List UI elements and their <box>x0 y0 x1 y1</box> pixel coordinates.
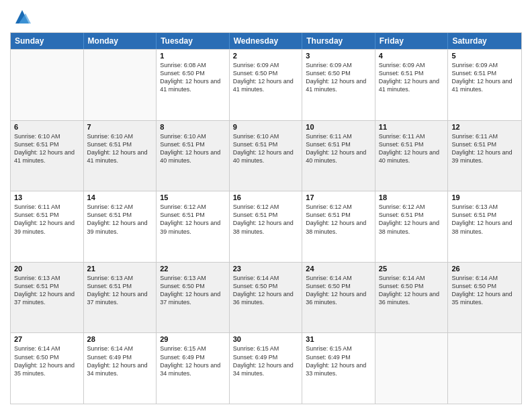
cell-info: Sunrise: 6:13 AM Sunset: 6:51 PM Dayligh… <box>451 203 518 236</box>
cell-info: Sunrise: 6:14 AM Sunset: 6:50 PM Dayligh… <box>233 274 299 307</box>
cell-info: Sunrise: 6:12 AM Sunset: 6:51 PM Dayligh… <box>306 203 371 236</box>
cell-info: Sunrise: 6:14 AM Sunset: 6:49 PM Dayligh… <box>87 345 153 377</box>
cell-info: Sunrise: 6:12 AM Sunset: 6:51 PM Dayligh… <box>87 203 153 236</box>
cell-info: Sunrise: 6:09 AM Sunset: 6:50 PM Dayligh… <box>233 61 299 94</box>
cell-info: Sunrise: 6:08 AM Sunset: 6:50 PM Dayligh… <box>160 61 226 94</box>
calendar-cell: 13Sunrise: 6:11 AM Sunset: 6:51 PM Dayli… <box>11 191 84 262</box>
cell-info: Sunrise: 6:14 AM Sunset: 6:50 PM Dayligh… <box>306 274 371 307</box>
header-day-sunday: Sunday <box>11 33 84 49</box>
calendar-cell: 2Sunrise: 6:09 AM Sunset: 6:50 PM Daylig… <box>230 50 303 120</box>
day-number: 9 <box>233 123 299 131</box>
cell-info: Sunrise: 6:09 AM Sunset: 6:51 PM Dayligh… <box>379 61 445 94</box>
day-number: 29 <box>160 335 226 343</box>
calendar-cell: 16Sunrise: 6:12 AM Sunset: 6:51 PM Dayli… <box>230 191 303 262</box>
day-number: 16 <box>233 193 299 201</box>
calendar-cell: 20Sunrise: 6:13 AM Sunset: 6:51 PM Dayli… <box>11 263 84 333</box>
day-number: 24 <box>306 265 371 273</box>
day-number: 10 <box>306 123 371 131</box>
day-number: 25 <box>379 265 445 273</box>
cell-info: Sunrise: 6:10 AM Sunset: 6:51 PM Dayligh… <box>14 132 80 165</box>
cell-info: Sunrise: 6:14 AM Sunset: 6:50 PM Dayligh… <box>379 274 445 307</box>
day-number: 14 <box>87 193 153 201</box>
calendar-cell <box>375 333 449 404</box>
calendar-cell: 1Sunrise: 6:08 AM Sunset: 6:50 PM Daylig… <box>157 50 230 120</box>
cell-info: Sunrise: 6:10 AM Sunset: 6:51 PM Dayligh… <box>160 132 226 165</box>
header-day-wednesday: Wednesday <box>230 33 303 49</box>
calendar-row-3: 13Sunrise: 6:11 AM Sunset: 6:51 PM Dayli… <box>11 191 521 262</box>
day-number: 13 <box>14 193 80 201</box>
calendar-cell: 10Sunrise: 6:11 AM Sunset: 6:51 PM Dayli… <box>302 121 375 191</box>
calendar-cell: 9Sunrise: 6:10 AM Sunset: 6:51 PM Daylig… <box>230 121 303 191</box>
cell-info: Sunrise: 6:12 AM Sunset: 6:51 PM Dayligh… <box>160 203 226 236</box>
calendar-cell: 4Sunrise: 6:09 AM Sunset: 6:51 PM Daylig… <box>375 50 449 120</box>
day-number: 2 <box>233 52 299 60</box>
cell-info: Sunrise: 6:10 AM Sunset: 6:51 PM Dayligh… <box>233 132 299 165</box>
cell-info: Sunrise: 6:13 AM Sunset: 6:50 PM Dayligh… <box>160 274 226 307</box>
calendar-cell: 18Sunrise: 6:12 AM Sunset: 6:51 PM Dayli… <box>375 191 449 262</box>
calendar-cell: 23Sunrise: 6:14 AM Sunset: 6:50 PM Dayli… <box>230 263 303 333</box>
calendar-body: 1Sunrise: 6:08 AM Sunset: 6:50 PM Daylig… <box>11 49 521 404</box>
day-number: 3 <box>306 52 371 60</box>
cell-info: Sunrise: 6:14 AM Sunset: 6:50 PM Dayligh… <box>451 274 518 307</box>
logo-icon <box>12 7 32 27</box>
calendar-cell: 31Sunrise: 6:15 AM Sunset: 6:49 PM Dayli… <box>302 333 375 404</box>
day-number: 5 <box>451 52 518 60</box>
header-day-monday: Monday <box>84 33 157 49</box>
cell-info: Sunrise: 6:11 AM Sunset: 6:51 PM Dayligh… <box>379 132 445 165</box>
cell-info: Sunrise: 6:12 AM Sunset: 6:51 PM Dayligh… <box>379 203 445 236</box>
day-number: 17 <box>306 193 371 201</box>
day-number: 1 <box>160 52 226 60</box>
calendar-cell <box>448 333 521 404</box>
calendar-cell: 6Sunrise: 6:10 AM Sunset: 6:51 PM Daylig… <box>11 121 84 191</box>
day-number: 27 <box>14 335 80 343</box>
day-number: 11 <box>379 123 445 131</box>
calendar-cell: 27Sunrise: 6:14 AM Sunset: 6:50 PM Dayli… <box>11 333 84 404</box>
calendar: SundayMondayTuesdayWednesdayThursdayFrid… <box>10 32 522 404</box>
calendar-cell: 3Sunrise: 6:09 AM Sunset: 6:50 PM Daylig… <box>302 50 375 120</box>
calendar-row-2: 6Sunrise: 6:10 AM Sunset: 6:51 PM Daylig… <box>11 120 521 191</box>
calendar-row-4: 20Sunrise: 6:13 AM Sunset: 6:51 PM Dayli… <box>11 262 521 333</box>
cell-info: Sunrise: 6:13 AM Sunset: 6:51 PM Dayligh… <box>14 274 80 307</box>
calendar-cell: 5Sunrise: 6:09 AM Sunset: 6:51 PM Daylig… <box>448 50 521 120</box>
header-day-thursday: Thursday <box>302 33 375 49</box>
calendar-cell: 26Sunrise: 6:14 AM Sunset: 6:50 PM Dayli… <box>448 263 521 333</box>
day-number: 6 <box>14 123 80 131</box>
day-number: 30 <box>233 335 299 343</box>
day-number: 26 <box>451 265 518 273</box>
cell-info: Sunrise: 6:11 AM Sunset: 6:51 PM Dayligh… <box>451 132 518 165</box>
calendar-cell: 7Sunrise: 6:10 AM Sunset: 6:51 PM Daylig… <box>84 121 157 191</box>
day-number: 20 <box>14 265 80 273</box>
header <box>10 7 522 27</box>
calendar-cell: 21Sunrise: 6:13 AM Sunset: 6:51 PM Dayli… <box>84 263 157 333</box>
cell-info: Sunrise: 6:10 AM Sunset: 6:51 PM Dayligh… <box>87 132 153 165</box>
calendar-cell: 29Sunrise: 6:15 AM Sunset: 6:49 PM Dayli… <box>157 333 230 404</box>
cell-info: Sunrise: 6:09 AM Sunset: 6:51 PM Dayligh… <box>451 61 518 94</box>
calendar-cell: 12Sunrise: 6:11 AM Sunset: 6:51 PM Dayli… <box>448 121 521 191</box>
calendar-cell: 28Sunrise: 6:14 AM Sunset: 6:49 PM Dayli… <box>84 333 157 404</box>
day-number: 18 <box>379 193 445 201</box>
calendar-cell: 30Sunrise: 6:15 AM Sunset: 6:49 PM Dayli… <box>230 333 303 404</box>
calendar-cell: 15Sunrise: 6:12 AM Sunset: 6:51 PM Dayli… <box>157 191 230 262</box>
page: SundayMondayTuesdayWednesdayThursdayFrid… <box>0 0 532 411</box>
calendar-cell <box>11 50 84 120</box>
day-number: 23 <box>233 265 299 273</box>
day-number: 19 <box>451 193 518 201</box>
day-number: 4 <box>379 52 445 60</box>
calendar-cell: 25Sunrise: 6:14 AM Sunset: 6:50 PM Dayli… <box>375 263 449 333</box>
cell-info: Sunrise: 6:09 AM Sunset: 6:50 PM Dayligh… <box>306 61 371 94</box>
day-number: 28 <box>87 335 153 343</box>
calendar-cell: 19Sunrise: 6:13 AM Sunset: 6:51 PM Dayli… <box>448 191 521 262</box>
calendar-cell <box>84 50 157 120</box>
calendar-row-1: 1Sunrise: 6:08 AM Sunset: 6:50 PM Daylig… <box>11 49 521 120</box>
cell-info: Sunrise: 6:11 AM Sunset: 6:51 PM Dayligh… <box>306 132 371 165</box>
header-day-saturday: Saturday <box>448 33 521 49</box>
cell-info: Sunrise: 6:15 AM Sunset: 6:49 PM Dayligh… <box>233 345 299 377</box>
header-day-tuesday: Tuesday <box>157 33 230 49</box>
day-number: 15 <box>160 193 226 201</box>
calendar-row-5: 27Sunrise: 6:14 AM Sunset: 6:50 PM Dayli… <box>11 332 521 404</box>
calendar-cell: 14Sunrise: 6:12 AM Sunset: 6:51 PM Dayli… <box>84 191 157 262</box>
day-number: 31 <box>306 335 371 343</box>
calendar-cell: 11Sunrise: 6:11 AM Sunset: 6:51 PM Dayli… <box>375 121 449 191</box>
day-number: 8 <box>160 123 226 131</box>
cell-info: Sunrise: 6:12 AM Sunset: 6:51 PM Dayligh… <box>233 203 299 236</box>
